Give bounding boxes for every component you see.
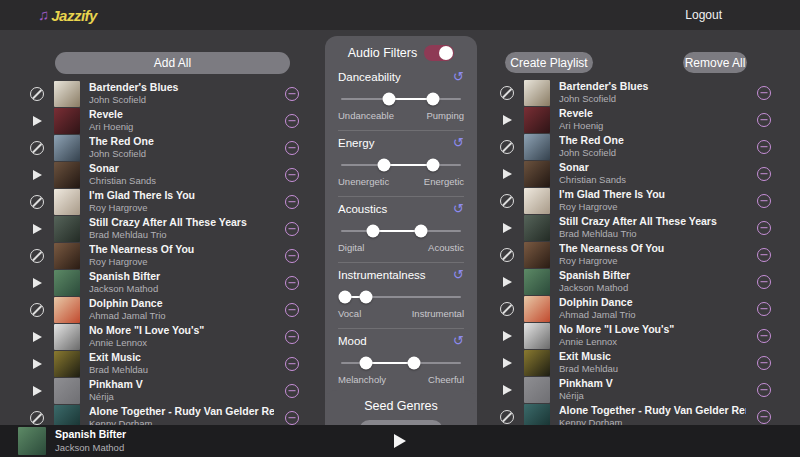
play-icon[interactable]: [503, 277, 512, 287]
album-art: [524, 296, 550, 322]
ban-icon[interactable]: [500, 86, 514, 100]
song-action-zone: [24, 332, 50, 342]
play-icon[interactable]: [33, 224, 42, 234]
play-icon[interactable]: [503, 115, 512, 125]
range-slider[interactable]: [341, 92, 461, 105]
song-artist: John Scofield: [559, 147, 746, 159]
ban-icon[interactable]: [500, 248, 514, 262]
reset-filter-icon[interactable]: ↺: [453, 136, 464, 149]
song-meta: Spanish Bifter Jackson Mathod: [89, 270, 274, 295]
audio-filters-toggle[interactable]: [424, 45, 454, 61]
remove-song-button[interactable]: [757, 329, 771, 343]
remove-song-button[interactable]: [285, 357, 299, 371]
remove-song-button[interactable]: [757, 113, 771, 127]
ban-icon[interactable]: [30, 87, 44, 101]
slider-handle-high[interactable]: [427, 158, 440, 171]
remove-song-button[interactable]: [285, 303, 299, 317]
remove-song-button[interactable]: [285, 276, 299, 290]
minus-zone: [274, 168, 310, 182]
play-icon[interactable]: [503, 385, 512, 395]
play-icon[interactable]: [503, 223, 512, 233]
minus-zone: [746, 167, 782, 181]
range-slider[interactable]: [341, 158, 461, 171]
play-icon[interactable]: [33, 170, 42, 180]
play-icon[interactable]: [33, 386, 42, 396]
player-meta: Spanish Bifter Jackson Mathod: [55, 428, 126, 454]
play-icon[interactable]: [33, 359, 42, 369]
remove-song-button[interactable]: [757, 275, 771, 289]
play-icon[interactable]: [33, 116, 42, 126]
slider-min-label: Digital: [338, 242, 364, 253]
slider-handle-high[interactable]: [408, 356, 421, 369]
add-all-button[interactable]: Add All: [55, 52, 290, 74]
slider-handle-low[interactable]: [338, 290, 351, 303]
song-artist: John Scofield: [89, 94, 274, 106]
ban-icon[interactable]: [30, 411, 44, 425]
remove-song-button[interactable]: [285, 222, 299, 236]
play-icon[interactable]: [503, 331, 512, 341]
slider-handle-low[interactable]: [360, 356, 373, 369]
minus-zone: [746, 194, 782, 208]
reset-filter-icon[interactable]: ↺: [453, 268, 464, 281]
ban-icon[interactable]: [30, 303, 44, 317]
reset-filter-icon[interactable]: ↺: [453, 202, 464, 215]
remove-song-button[interactable]: [285, 87, 299, 101]
range-slider[interactable]: [341, 290, 461, 303]
minus-zone: [274, 249, 310, 263]
slider-handle-low[interactable]: [367, 224, 380, 237]
song-meta: Pinkham V Nérija: [89, 378, 274, 403]
song-meta: Revele Ari Hoenig: [89, 108, 274, 133]
remove-song-button[interactable]: [757, 248, 771, 262]
remove-song-button[interactable]: [757, 140, 771, 154]
slider-handle-high[interactable]: [415, 224, 428, 237]
remove-song-button[interactable]: [285, 384, 299, 398]
play-icon[interactable]: [33, 332, 42, 342]
remove-song-button[interactable]: [285, 195, 299, 209]
ban-icon[interactable]: [500, 410, 514, 424]
remove-song-button[interactable]: [285, 168, 299, 182]
album-art: [54, 378, 80, 404]
play-icon[interactable]: [33, 278, 42, 288]
create-playlist-button[interactable]: Create Playlist: [505, 52, 593, 73]
remove-song-button[interactable]: [757, 221, 771, 235]
remove-all-button[interactable]: Remove All: [683, 52, 747, 73]
logout-button[interactable]: Logout: [685, 8, 722, 22]
remove-song-button[interactable]: [757, 167, 771, 181]
remove-song-button[interactable]: [757, 410, 771, 424]
reset-filter-icon[interactable]: ↺: [453, 334, 464, 347]
song-action-zone: [494, 169, 520, 179]
remove-song-button[interactable]: [757, 383, 771, 397]
ban-icon[interactable]: [500, 194, 514, 208]
remove-song-button[interactable]: [285, 249, 299, 263]
play-icon[interactable]: [503, 169, 512, 179]
ban-icon[interactable]: [500, 140, 514, 154]
remove-song-button[interactable]: [757, 86, 771, 100]
song-action-zone: [24, 359, 50, 369]
remove-song-button[interactable]: [285, 330, 299, 344]
slider-handle-low[interactable]: [383, 92, 396, 105]
slider-handle-high[interactable]: [427, 92, 440, 105]
ban-icon[interactable]: [500, 302, 514, 316]
remove-song-button[interactable]: [285, 114, 299, 128]
song-title: The Nearness Of You: [559, 242, 746, 255]
ban-icon[interactable]: [30, 195, 44, 209]
range-slider[interactable]: [341, 356, 461, 369]
song-title: Bartender's Blues: [89, 81, 274, 94]
slider-handle-high[interactable]: [360, 290, 373, 303]
remove-song-button[interactable]: [285, 141, 299, 155]
album-art: [524, 350, 550, 376]
range-slider[interactable]: [341, 224, 461, 237]
remove-song-button[interactable]: [757, 302, 771, 316]
reset-filter-icon[interactable]: ↺: [453, 70, 464, 83]
slider-handle-low[interactable]: [378, 158, 391, 171]
song-row: The Nearness Of You Roy Hargrove: [470, 241, 782, 268]
remove-song-button[interactable]: [285, 411, 299, 425]
play-icon[interactable]: [503, 358, 512, 368]
play-button[interactable]: [394, 434, 406, 448]
remove-song-button[interactable]: [757, 356, 771, 370]
minus-zone: [274, 276, 310, 290]
remove-song-button[interactable]: [757, 194, 771, 208]
ban-icon[interactable]: [30, 141, 44, 155]
ban-icon[interactable]: [30, 249, 44, 263]
minus-zone: [746, 248, 782, 262]
